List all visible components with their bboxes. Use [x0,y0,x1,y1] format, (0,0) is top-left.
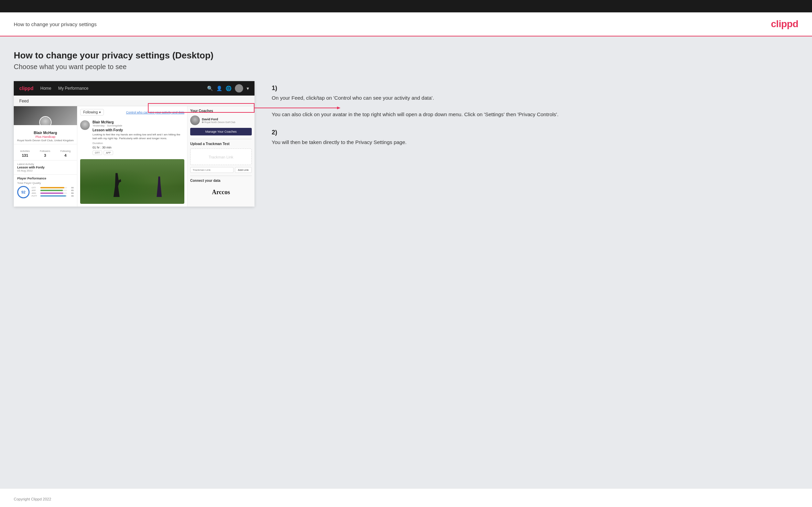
profile-name: Blair McHarg [17,131,74,135]
trackman-placeholder-box: Trackman Link [190,148,252,165]
arg-label: ARG [32,192,39,194]
followers-value: 3 [40,153,50,157]
bar-arg: ARG 86 [32,192,74,194]
trackman-placeholder-text: Trackman Link [209,155,234,159]
content-layout: clippd Home My Performance 🔍 👤 🌐 ▾ Feed [14,81,798,207]
page-subheading: Choose what you want people to see [14,63,798,71]
bar-app: APP 85 [32,189,74,191]
header: How to change your privacy settings clip… [0,12,812,36]
top-bar [0,0,812,12]
step-2-text: You will then be taken directly to the P… [272,138,798,146]
post-meta: Yesterday · Sunningdale [93,124,184,127]
coach-club: Royal North Devon Golf Club [202,121,235,123]
main-content: How to change your privacy settings (Des… [0,36,812,488]
putt-label: PUTT [32,195,39,197]
coach-item: David Ford Royal North Devon Golf Club [190,115,252,125]
following-label: Following [61,150,71,152]
profile-handicap: Plus Handicap [17,135,74,139]
step-1-number: 1) [272,85,798,92]
feed-tab-label: Feed [19,99,29,103]
tag-app: APP [104,151,113,155]
ott-fill [40,187,64,188]
stat-following: Following 4 [61,147,71,157]
post-title: Lesson with Fordy [93,128,184,132]
nav-home[interactable]: Home [40,86,51,91]
latest-activity-date: 03 Aug 2022 [17,169,74,172]
putt-val: 96 [68,195,74,197]
manage-coaches-button[interactable]: Manage Your Coaches [190,128,252,135]
instruction-step-2: 2) You will then be taken directly to th… [272,129,798,146]
bar-ott: OTT 90 [32,187,74,189]
duration-value: 01 hr : 30 min [93,146,184,149]
app-screenshot: clippd Home My Performance 🔍 👤 🌐 ▾ Feed [14,81,255,207]
connect-section: Connect your data Arccos [190,176,252,199]
putt-track [40,195,67,197]
total-quality-label: Total Player Quality [17,181,74,185]
following-button[interactable]: Following ▾ [80,109,104,115]
golf-image-background [80,159,184,204]
ott-label: OTT [32,187,39,189]
followers-label: Followers [40,150,50,152]
person-icon[interactable]: 👤 [216,86,222,91]
bar-putt: PUTT 96 [32,195,74,197]
app-navbar: clippd Home My Performance 🔍 👤 🌐 ▾ [14,81,255,96]
location-icon [202,121,204,123]
chevron-down-icon[interactable]: ▾ [247,86,249,91]
following-chevron-icon: ▾ [99,110,101,114]
player-performance: Player Performance Total Player Quality … [14,174,77,200]
coaches-section-title: Your Coaches [190,109,252,113]
stat-activities: Activities 131 [20,147,30,157]
nav-avatar[interactable] [235,84,243,92]
control-privacy-link[interactable]: Control who can see your activity and da… [126,111,184,114]
tag-ott: OTT [93,151,102,155]
trackman-title: Upload a Trackman Test [190,142,252,146]
performance-body: 92 OTT 90 [17,186,74,198]
trackman-section: Upload a Trackman Test Trackman Link Add… [190,139,252,173]
clippd-logo: clippd [771,19,798,30]
coach-info: David Ford Royal North Devon Golf Club [202,118,235,123]
globe-icon[interactable]: 🌐 [226,86,231,91]
step-2-number: 2) [272,129,798,136]
profile-cover [14,106,77,125]
activities-value: 131 [20,153,30,157]
feed-header: Following ▾ Control who can see your act… [80,109,184,115]
instructions-panel: 1) On your Feed, click/tap on 'Control w… [272,81,798,157]
post-item: Blair McHarg Yesterday · Sunningdale Les… [80,118,184,157]
app-nav-logo: clippd [19,86,33,91]
profile-info: Blair McHarg Plus Handicap Royal North D… [14,125,77,144]
arg-val: 86 [68,192,74,194]
step-1-text: On your Feed, click/tap on 'Control who … [272,94,798,119]
quality-score-circle: 92 [17,186,30,198]
app-val: 85 [68,189,74,191]
trackman-input-row: Add Link [190,167,252,173]
search-icon[interactable]: 🔍 [207,86,213,91]
nav-my-performance[interactable]: My Performance [58,86,88,91]
feed-panel: Following ▾ Control who can see your act… [77,106,187,207]
post-author-name: Blair McHarg [93,120,184,124]
latest-activity-label: Latest Activity [17,163,74,166]
feed-tab[interactable]: Feed [14,96,255,106]
stat-followers: Followers 3 [40,147,50,157]
following-value: 4 [61,153,71,157]
add-link-button[interactable]: Add Link [235,167,252,173]
post-description: Looking to feel like my hands are exitin… [93,133,184,140]
trackman-link-input[interactable] [190,167,234,173]
post-author-avatar [80,120,90,130]
app-label: APP [32,189,39,191]
coach-club-name: Royal North Devon Golf Club [204,121,235,123]
arg-fill [40,192,63,194]
ott-val: 90 [68,187,74,189]
golf-image [80,159,184,204]
nav-right: 🔍 👤 🌐 ▾ [207,84,249,92]
profile-panel: Blair McHarg Plus Handicap Royal North D… [14,106,77,207]
following-label: Following [83,110,98,114]
right-panel: Your Coaches David Ford Royal North Devo… [187,106,255,207]
copyright-text: Copyright Clippd 2022 [14,497,51,501]
coach-name: David Ford [202,118,235,121]
arg-track [40,192,67,194]
page-heading: How to change your privacy settings (Des… [14,50,798,61]
post-tags: OTT APP [93,151,184,155]
ott-track [40,187,67,188]
app-body: Blair McHarg Plus Handicap Royal North D… [14,106,255,207]
instruction-step-1: 1) On your Feed, click/tap on 'Control w… [272,85,798,119]
